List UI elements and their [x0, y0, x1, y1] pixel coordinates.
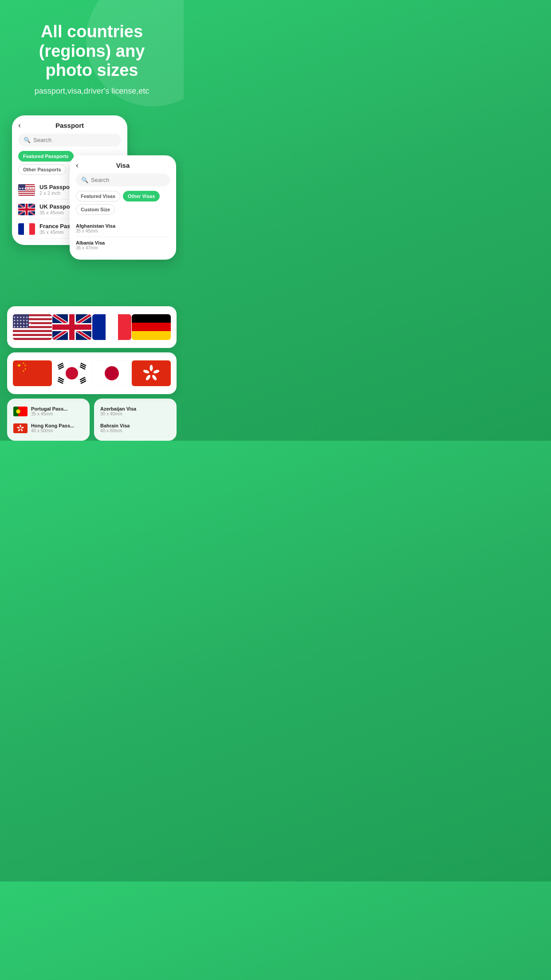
bottom-visa-item-az[interactable]: Azerbaijan Visa 30 x 40mm	[100, 403, 170, 420]
passport-search-input[interactable]	[33, 137, 116, 143]
svg-rect-19	[24, 223, 29, 235]
bottom-passport-item-pt[interactable]: Portugal Pass... 35 x 45mm	[13, 403, 83, 420]
us-passport-size: 2 x 2 inch	[39, 190, 74, 196]
bottom-visa-card: Azerbaijan Visa 30 x 40mm Bahrain Visa 4…	[94, 399, 177, 441]
bottom-passport-card: Portugal Pass... 35 x 45mm	[7, 399, 90, 441]
svg-rect-32	[13, 334, 52, 336]
flags-card-row2	[7, 352, 177, 394]
hk-flag-large[interactable]	[132, 360, 171, 386]
tab-other-passports[interactable]: Other Passports	[18, 164, 66, 175]
passport-search-icon: 🔍	[24, 137, 31, 143]
visa-search-bar[interactable]: 🔍	[76, 174, 170, 186]
svg-rect-55	[13, 360, 52, 386]
visa-phone: ‹ Visa 🔍 Featured Visas Other Visas Cust…	[70, 155, 176, 260]
svg-text:★★★★★★: ★★★★★★	[13, 322, 32, 325]
flags-card-row1: ★★★★★★ ★★★★★ ★★★★★★ ★★★★★	[7, 306, 177, 348]
afghanistan-visa-size: 35 x 45mm	[76, 229, 170, 233]
visa-search-icon: 🔍	[81, 177, 88, 183]
pt-passport-info: Portugal Pass... 35 x 45mm	[31, 406, 68, 416]
afghanistan-visa-name: Afghanistan Visa	[76, 223, 170, 229]
cn-flag-large[interactable]	[13, 360, 52, 386]
bh-visa-size: 40 x 60mm	[100, 428, 130, 433]
uk-passport-name: UK Passport	[39, 203, 74, 210]
de-flag-large[interactable]	[132, 314, 171, 340]
hero-section: All countries (regions) any photo sizes …	[0, 0, 184, 105]
flags-section: ★★★★★★ ★★★★★ ★★★★★★ ★★★★★	[7, 306, 177, 394]
svg-point-87	[20, 425, 21, 427]
svg-text:★★★★★★: ★★★★★★	[13, 316, 32, 319]
tab-other-visas[interactable]: Other Visas	[123, 191, 160, 202]
svg-text:★★★★★: ★★★★★	[13, 319, 29, 322]
bottom-area: Portugal Pass... 35 x 45mm	[7, 399, 177, 441]
us-flag-large[interactable]: ★★★★★★ ★★★★★ ★★★★★★ ★★★★★	[13, 314, 52, 340]
svg-rect-52	[132, 314, 171, 323]
hk-flag-small	[13, 423, 28, 433]
us-passport-info: US Passport 2 x 2 inch	[39, 184, 74, 196]
az-visa-info: Azerbaijan Visa 30 x 40mm	[100, 406, 136, 416]
svg-rect-49	[92, 314, 106, 340]
svg-rect-18	[18, 223, 24, 235]
svg-point-78	[150, 365, 153, 371]
hero-title: All countries (regions) any photo sizes	[13, 22, 170, 80]
tab-custom-size-visa[interactable]: Custom Size	[76, 204, 115, 215]
visa-back-button[interactable]: ‹	[76, 161, 79, 170]
us-flag: ★★★★★★	[18, 184, 35, 196]
albania-visa-name: Albania Visa	[76, 240, 170, 245]
hk-passport-size: 40 x 50mm	[31, 428, 74, 433]
visa-list-item-albania[interactable]: Albania Visa 36 x 47mm	[76, 237, 170, 253]
visa-tabs: Featured Visas Other Visas Custom Size	[76, 191, 170, 215]
svg-point-76	[105, 366, 119, 380]
bh-visa-info: Bahrain Visa 40 x 60mm	[100, 423, 130, 433]
az-visa-name: Azerbaijan Visa	[100, 406, 136, 411]
tab-featured-visas[interactable]: Featured Visas	[76, 191, 120, 202]
bh-visa-name: Bahrain Visa	[100, 423, 130, 428]
az-visa-size: 30 x 40mm	[100, 411, 136, 416]
svg-rect-50	[106, 314, 118, 340]
kr-flag-large[interactable]	[52, 360, 91, 386]
svg-rect-77	[132, 360, 171, 386]
us-passport-name: US Passport	[39, 184, 74, 190]
visa-phone-title: Visa	[116, 162, 130, 169]
svg-rect-33	[13, 336, 52, 338]
svg-rect-30	[13, 330, 52, 332]
pt-passport-size: 35 x 45mm	[31, 411, 68, 416]
passport-phone-title: Passport	[55, 122, 84, 129]
uk-passport-size: 35 x 45mm	[39, 210, 74, 215]
svg-rect-4	[18, 190, 35, 191]
passport-phone-header: ‹ Passport	[18, 122, 121, 129]
passport-search-bar[interactable]: 🔍	[18, 134, 121, 146]
svg-rect-5	[18, 192, 35, 193]
svg-rect-34	[13, 338, 52, 340]
hero-subtitle: passport,visa,driver's license,etc	[13, 87, 170, 96]
mockup-area: ‹ Passport 🔍 Featured Passports Other Pa…	[8, 115, 176, 306]
bottom-visa-item-bh[interactable]: Bahrain Visa 40 x 60mm	[100, 420, 170, 436]
fr-flag	[18, 223, 35, 235]
albania-visa-size: 36 x 47mm	[76, 245, 170, 250]
svg-rect-20	[29, 223, 35, 235]
svg-rect-31	[13, 332, 52, 334]
pt-passport-name: Portugal Pass...	[31, 406, 68, 411]
svg-rect-54	[132, 331, 171, 340]
bottom-passport-item-hk[interactable]: Hong Kong Pass... 40 x 50mm	[13, 420, 83, 436]
uk-flag	[18, 204, 35, 215]
passport-back-button[interactable]: ‹	[18, 121, 21, 130]
tab-featured-passports[interactable]: Featured Passports	[18, 151, 74, 162]
svg-point-85	[16, 409, 20, 414]
visa-search-input[interactable]	[91, 177, 165, 183]
svg-text:★★★★★: ★★★★★	[13, 325, 29, 328]
visa-list-item-afghanistan[interactable]: Afghanistan Visa 35 x 45mm	[76, 220, 170, 237]
jp-flag-large[interactable]	[92, 360, 131, 386]
visa-phone-header: ‹ Visa	[76, 162, 170, 169]
svg-rect-51	[118, 314, 131, 340]
uk-flag-large[interactable]	[52, 314, 91, 340]
svg-rect-29	[13, 328, 52, 330]
hk-passport-info: Hong Kong Pass... 40 x 50mm	[31, 423, 74, 433]
svg-rect-48	[52, 324, 91, 330]
svg-rect-17	[18, 208, 35, 210]
fr-flag-large[interactable]	[92, 314, 131, 340]
uk-passport-info: UK Passport 35 x 45mm	[39, 203, 74, 215]
hk-passport-name: Hong Kong Pass...	[31, 423, 74, 428]
svg-text:★★★★★★: ★★★★★★	[19, 187, 35, 190]
pt-flag-small	[13, 407, 28, 416]
svg-rect-6	[18, 194, 35, 195]
